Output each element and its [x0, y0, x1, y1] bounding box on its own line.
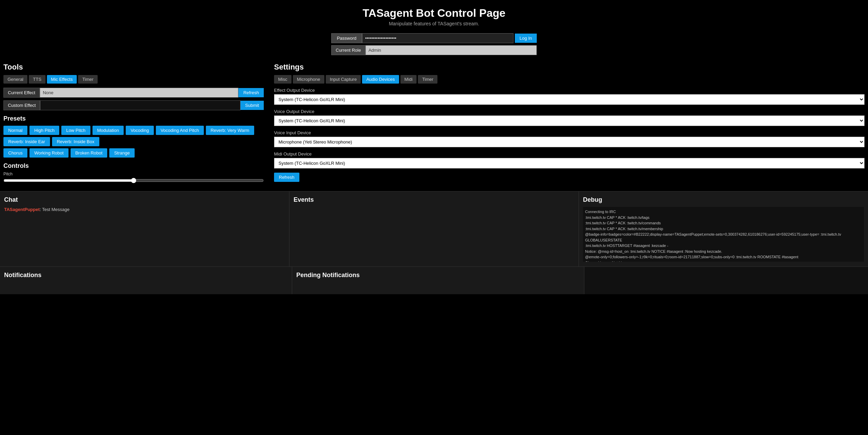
role-label: Current Role — [331, 45, 365, 55]
events-panel: Events — [289, 191, 579, 266]
voice-output-device-label: Voice Output Device — [274, 109, 865, 114]
midi-output-device-label: Midi Output Device — [274, 151, 865, 157]
events-title: Events — [294, 196, 574, 203]
effect-output-device-label: Effect Output Device — [274, 88, 865, 93]
preset-reverb-inside-ear[interactable]: Reverb: Inside Ear — [3, 137, 50, 146]
midi-output-device-select[interactable]: System (TC-Helicon GoXLR Mini) — [274, 158, 865, 169]
preset-chorus[interactable]: Chorus — [3, 148, 27, 158]
submit-button[interactable]: Submit — [240, 101, 264, 110]
preset-reverb-very-warm[interactable]: Reverb: Very Warm — [206, 126, 254, 135]
debug-line: :tmi.twitch.tv CAP * ACK :twitch.tv/memb… — [585, 226, 862, 232]
chat-message: TASagentPuppet: Test Message — [4, 207, 285, 212]
tools-panel: Tools General TTS Mic Effects Timer Curr… — [3, 63, 271, 184]
role-value — [365, 45, 537, 55]
auth-area: Password Log In Current Role — [0, 33, 868, 57]
password-input[interactable] — [362, 33, 513, 43]
effect-output-device-group: Effect Output Device System (TC-Helicon … — [274, 88, 865, 105]
settings-tab-midi[interactable]: Midi — [400, 75, 417, 84]
preset-high-pitch[interactable]: High Pitch — [29, 126, 59, 135]
notifications-panel: Notifications — [0, 267, 292, 294]
voice-output-device-select[interactable]: System (TC-Helicon GoXLR Mini) — [274, 115, 865, 126]
page-header: TASagent Bot Control Page Manipulate fea… — [0, 0, 868, 30]
debug-content[interactable]: Connecting to IRC :tmi.twitch.tv CAP * A… — [583, 207, 864, 262]
settings-tab-input-capture[interactable]: Input Capture — [326, 75, 361, 84]
current-effect-label: Current Effect — [3, 88, 40, 98]
pitch-slider[interactable] — [3, 178, 264, 183]
role-row: Current Role — [331, 45, 537, 55]
main-layout: Tools General TTS Mic Effects Timer Curr… — [0, 63, 868, 184]
preset-broken-robot[interactable]: Broken Robot — [71, 148, 108, 158]
notifications-layout: Notifications Pending Notifications — [0, 266, 868, 294]
bottom-layout: Chat TASagentPuppet: Test Message Events… — [0, 191, 868, 266]
refresh-settings-button[interactable]: Refresh — [274, 173, 299, 182]
settings-title: Settings — [274, 63, 865, 72]
midi-output-device-group: Midi Output Device System (TC-Helicon Go… — [274, 151, 865, 169]
tools-title: Tools — [3, 63, 264, 72]
debug-line: Channel is now Not Live — [585, 260, 862, 262]
preset-normal[interactable]: Normal — [3, 126, 27, 135]
custom-effect-label: Custom Effect — [3, 100, 40, 110]
tab-tts[interactable]: TTS — [29, 75, 46, 84]
presets-title: Presets — [3, 115, 264, 122]
tools-tab-bar: General TTS Mic Effects Timer — [3, 75, 264, 84]
pitch-label: Pitch — [3, 172, 264, 176]
debug-line: :tmi.twitch.tv CAP * ACK :twitch.tv/tags — [585, 215, 862, 221]
settings-tab-bar: Misc Microphone Input Capture Audio Devi… — [274, 75, 865, 84]
custom-effect-row: Custom Effect Submit — [3, 100, 264, 110]
preset-low-pitch[interactable]: Low Pitch — [61, 126, 90, 135]
settings-tab-audio-devices[interactable]: Audio Devices — [362, 75, 399, 84]
debug-line: Connecting to IRC — [585, 209, 862, 215]
settings-tab-misc[interactable]: Misc — [274, 75, 292, 84]
debug-title: Debug — [583, 196, 864, 203]
settings-tab-microphone[interactable]: Microphone — [293, 75, 324, 84]
debug-line: :tmi.twitch.tv CAP * ACK :twitch.tv/comm… — [585, 220, 862, 226]
voice-input-device-select[interactable]: Microphone (Yeti Stereo Microphone) — [274, 137, 865, 147]
current-effect-value: None — [40, 88, 239, 98]
chat-title: Chat — [4, 196, 285, 203]
settings-panel: Settings Misc Microphone Input Capture A… — [271, 63, 865, 184]
custom-effect-input[interactable] — [40, 100, 240, 110]
debug-line: Notice: @msg-id=host_on :tmi.twitch.tv N… — [585, 249, 862, 254]
tab-timer[interactable]: Timer — [78, 75, 98, 84]
debug-line: :tmi.twitch.tv HOSTTARGET #tasagent :kez… — [585, 243, 862, 249]
preset-working-robot[interactable]: Working Robot — [29, 148, 69, 158]
notifications-title: Notifications — [4, 272, 288, 279]
debug-notif-area — [584, 267, 868, 294]
password-label: Password — [331, 33, 362, 43]
debug-line: @emote-only=0;followers-only=-1;r9k=0;ri… — [585, 254, 862, 260]
presets-row-1: Normal High Pitch Low Pitch Modulation V… — [3, 126, 264, 146]
preset-vocoding-and-pitch[interactable]: Vocoding And Pitch — [156, 126, 204, 135]
preset-strange[interactable]: Strange — [109, 148, 135, 158]
chat-panel: Chat TASagentPuppet: Test Message — [0, 191, 289, 266]
current-effect-row: Current Effect None Refresh — [3, 88, 264, 98]
login-button[interactable]: Log In — [515, 34, 537, 43]
chat-text: Test Message — [42, 207, 70, 212]
effect-output-device-select[interactable]: System (TC-Helicon GoXLR Mini) — [274, 94, 865, 105]
chat-username: TASagentPuppet — [4, 207, 40, 212]
tab-mic-effects[interactable]: Mic Effects — [47, 75, 77, 84]
page-title: TASagent Bot Control Page — [0, 7, 868, 20]
controls-title: Controls — [3, 162, 264, 170]
debug-panel: Debug Connecting to IRC :tmi.twitch.tv C… — [579, 191, 868, 266]
tab-general[interactable]: General — [3, 75, 27, 84]
preset-reverb-inside-box[interactable]: Reverb: Inside Box — [52, 137, 99, 146]
pending-notifications-panel: Pending Notifications — [292, 267, 584, 294]
refresh-effect-button[interactable]: Refresh — [238, 88, 264, 97]
preset-vocoding[interactable]: Vocoding — [126, 126, 154, 135]
voice-input-device-label: Voice Input Device — [274, 130, 865, 135]
pending-notifications-title: Pending Notifications — [296, 272, 580, 279]
preset-modulation[interactable]: Modulation — [92, 126, 124, 135]
chat-separator: : — [40, 207, 42, 212]
password-row: Password Log In — [331, 33, 537, 43]
presets-row-2: Chorus Working Robot Broken Robot Strang… — [3, 148, 264, 158]
voice-input-device-group: Voice Input Device Microphone (Yeti Ster… — [274, 130, 865, 147]
page-subtitle: Manipulate features of TASagent's stream… — [0, 21, 868, 26]
settings-tab-timer[interactable]: Timer — [418, 75, 437, 84]
voice-output-device-group: Voice Output Device System (TC-Helicon G… — [274, 109, 865, 126]
debug-line: @badge-info=badges=color=#B22222;display… — [585, 232, 862, 243]
